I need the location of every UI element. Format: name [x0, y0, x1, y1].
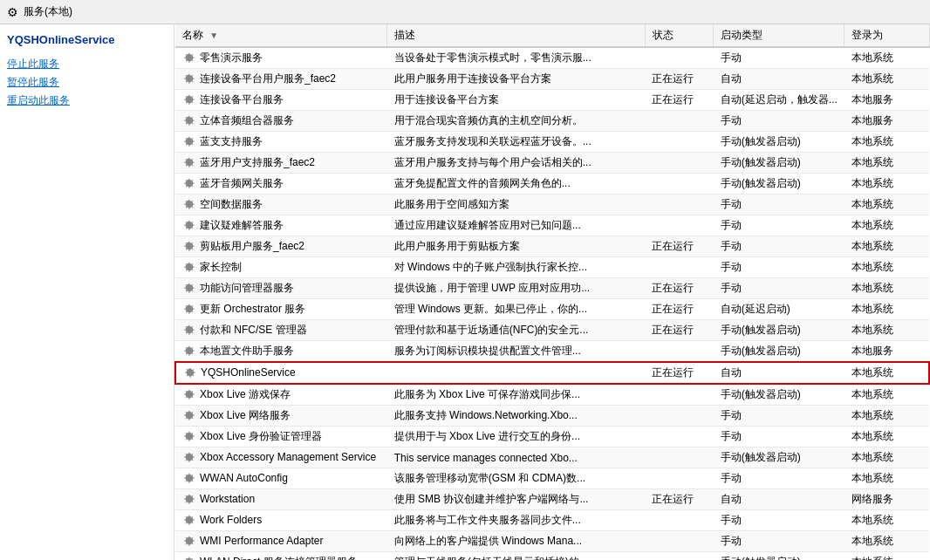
service-icon	[182, 156, 196, 170]
service-status-cell: 正在运行	[645, 69, 714, 90]
service-name-cell: Workstation	[175, 489, 387, 510]
table-row[interactable]: 蓝支支持服务蓝牙服务支持发现和关联远程蓝牙设备。...手动(触发器启动)本地系统	[175, 132, 929, 153]
table-row[interactable]: 剪贴板用户服务_faec2此用户服务用于剪贴板方案正在运行手动本地系统	[175, 236, 929, 257]
table-row[interactable]: 空间数据服务此服务用于空间感知方案手动本地系统	[175, 195, 929, 215]
service-logon-cell: 本地系统	[845, 215, 929, 236]
table-row[interactable]: 付款和 NFC/SE 管理器管理付款和基于近场通信(NFC)的安全元...正在运…	[175, 320, 929, 341]
service-starttype-cell: 自动	[714, 362, 845, 384]
service-starttype-cell: 自动(延迟启动，触发器...	[714, 90, 845, 111]
service-starttype-cell: 自动	[714, 69, 845, 90]
service-status-cell	[645, 195, 714, 215]
table-row[interactable]: WMI Performance Adapter向网络上的客户端提供 Window…	[175, 531, 929, 552]
service-logon-cell: 本地系统	[845, 362, 929, 384]
service-name-cell: Work Folders	[175, 510, 387, 531]
service-desc-cell: This service manages connected Xbo...	[387, 447, 645, 468]
service-desc-cell: 当设备处于零售演示模式时，零售演示服...	[387, 47, 645, 69]
service-starttype-cell: 手动(触发器启动)	[714, 153, 845, 174]
table-row[interactable]: WWAN AutoConfig该服务管理移动宽带(GSM 和 CDMA)数...…	[175, 468, 929, 489]
table-row[interactable]: 立体音频组合器服务用于混合现实音频仿真的主机空间分析。手动本地服务	[175, 111, 929, 132]
table-row[interactable]: 建议疑难解答服务通过应用建议疑难解答应用对已知问题...手动本地系统	[175, 215, 929, 236]
table-row[interactable]: 本地置文件助手服务服务为订阅标识模块提供配置文件管理...手动(触发器启动)本地…	[175, 341, 929, 363]
service-name-cell: Xbox Accessory Management Service	[175, 447, 387, 468]
stop-service-link[interactable]: 停止此服务	[7, 57, 167, 72]
service-starttype-cell: 手动	[714, 531, 845, 552]
service-name-text: 蓝支支持服务	[200, 135, 263, 147]
table-row[interactable]: WLAN Direct 服务连接管理器服务管理与无线服务(包括无线显示和插接)的…	[175, 552, 929, 561]
service-logon-cell: 本地服务	[845, 111, 929, 132]
service-logon-cell: 本地系统	[845, 153, 929, 174]
table-row[interactable]: 家长控制对 Windows 中的子账户强制执行家长控...手动本地系统	[175, 257, 929, 278]
services-table-area[interactable]: 名称 ▼ 描述 状态 启动类型 登录为	[174, 24, 930, 560]
table-row[interactable]: Workstation使用 SMB 协议创建并维护客户端网络与...正在运行自动…	[175, 489, 929, 510]
service-starttype-cell: 手动	[714, 236, 845, 257]
table-row[interactable]: Xbox Accessory Management ServiceThis se…	[175, 447, 929, 468]
table-row[interactable]: Xbox Live 身份验证管理器提供用于与 Xbox Live 进行交互的身份…	[175, 427, 929, 447]
col-header-name[interactable]: 名称 ▼	[175, 24, 387, 47]
restart-service-link[interactable]: 重启动此服务	[7, 93, 167, 108]
table-row[interactable]: Work Folders此服务将与工作文件夹服务器同步文件...手动本地系统	[175, 510, 929, 531]
service-name-cell: 家长控制	[175, 257, 387, 278]
services-window: ⚙ 服务(本地) YQSHOnlineService 停止此服务 暂停此服务 重…	[0, 0, 930, 560]
service-logon-cell: 网络服务	[845, 489, 929, 510]
service-status-cell	[645, 406, 714, 427]
service-desc-cell: 此服务将与工作文件夹服务器同步文件...	[387, 510, 645, 531]
service-starttype-cell: 手动(触发器启动)	[714, 341, 845, 363]
service-name-text: Xbox Accessory Management Service	[200, 451, 376, 463]
service-desc-cell: 服务为订阅标识模块提供配置文件管理...	[387, 341, 645, 363]
service-starttype-cell: 手动(触发器启动)	[714, 320, 845, 341]
service-name-text: 蓝牙音频网关服务	[200, 177, 284, 189]
table-row[interactable]: 连接设备平台用户服务_faec2此用户服务用于连接设备平台方案正在运行自动本地系…	[175, 69, 929, 90]
service-desc-cell: 通过应用建议疑难解答应用对已知问题...	[387, 215, 645, 236]
service-icon	[182, 324, 196, 338]
col-header-starttype[interactable]: 启动类型	[714, 24, 845, 47]
service-starttype-cell: 手动	[714, 195, 845, 215]
col-header-logon[interactable]: 登录为	[845, 24, 929, 47]
service-starttype-cell: 手动	[714, 278, 845, 299]
service-status-cell: 正在运行	[645, 489, 714, 510]
table-row[interactable]: 零售演示服务当设备处于零售演示模式时，零售演示服...手动本地系统	[175, 47, 929, 69]
title-bar: ⚙ 服务(本地)	[0, 0, 930, 24]
service-logon-cell: 本地系统	[845, 69, 929, 90]
service-status-cell	[645, 510, 714, 531]
service-status-cell	[645, 174, 714, 195]
service-name-text: 付款和 NFC/SE 管理器	[200, 324, 307, 336]
service-logon-cell: 本地服务	[845, 90, 929, 111]
table-row[interactable]: 连接设备平台服务用于连接设备平台方案正在运行自动(延迟启动，触发器...本地服务	[175, 90, 929, 111]
table-row[interactable]: 更新 Orchestrator 服务管理 Windows 更新。如果已停止，你的…	[175, 299, 929, 320]
service-logon-cell: 本地系统	[845, 447, 929, 468]
title-bar-text: 服务(本地)	[24, 4, 72, 19]
service-icon	[182, 514, 196, 528]
table-row[interactable]: YQSHOnlineService正在运行自动本地系统	[175, 362, 929, 384]
service-status-cell	[645, 427, 714, 447]
table-row[interactable]: Xbox Live 游戏保存此服务为 Xbox Live 可保存游戏同步保...…	[175, 384, 929, 406]
service-name-text: 连接设备平台用户服务_faec2	[200, 72, 336, 85]
service-name-cell: 付款和 NFC/SE 管理器	[175, 320, 387, 341]
service-status-cell: 正在运行	[645, 90, 714, 111]
col-header-status[interactable]: 状态	[645, 24, 714, 47]
pause-service-link[interactable]: 暂停此服务	[7, 75, 167, 90]
service-name-cell: Xbox Live 游戏保存	[175, 384, 387, 406]
service-name-cell: 功能访问管理器服务	[175, 278, 387, 299]
service-icon	[182, 219, 196, 233]
service-desc-cell: 管理与无线服务(包括无线显示和插接)的...	[387, 552, 645, 561]
service-name-cell: 连接设备平台用户服务_faec2	[175, 69, 387, 90]
service-logon-cell: 本地系统	[845, 257, 929, 278]
service-starttype-cell: 手动(触发器启动)	[714, 174, 845, 195]
service-starttype-cell: 手动	[714, 257, 845, 278]
service-status-cell	[645, 215, 714, 236]
service-name-text: 立体音频组合器服务	[200, 114, 294, 126]
table-row[interactable]: 蓝牙用户支持服务_faec2蓝牙用户服务支持与每个用户会话相关的...手动(触发…	[175, 153, 929, 174]
service-desc-cell: 该服务管理移动宽带(GSM 和 CDMA)数...	[387, 468, 645, 489]
service-status-cell: 正在运行	[645, 278, 714, 299]
service-desc-cell: 此服务用于空间感知方案	[387, 195, 645, 215]
table-row[interactable]: Xbox Live 网络服务此服务支持 Windows.Networking.X…	[175, 406, 929, 427]
service-name-cell: 更新 Orchestrator 服务	[175, 299, 387, 320]
table-header-row: 名称 ▼ 描述 状态 启动类型 登录为	[175, 24, 929, 47]
service-name-text: YQSHOnlineService	[201, 366, 296, 379]
service-status-cell	[645, 468, 714, 489]
service-name-text: 本地置文件助手服务	[200, 345, 294, 357]
table-row[interactable]: 功能访问管理器服务提供设施，用于管理 UWP 应用对应用功...正在运行手动本地…	[175, 278, 929, 299]
service-icon	[182, 303, 196, 317]
table-row[interactable]: 蓝牙音频网关服务蓝牙免提配置文件的音频网关角色的...手动(触发器启动)本地系统	[175, 174, 929, 195]
col-header-desc[interactable]: 描述	[387, 24, 645, 47]
